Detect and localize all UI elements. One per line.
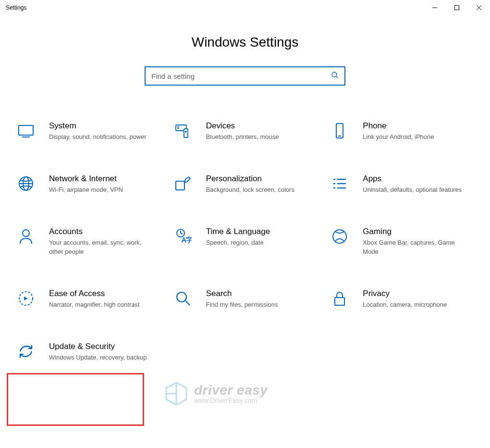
tile-title: System bbox=[49, 121, 155, 131]
watermark-line2: www.DriverEasy.com bbox=[194, 397, 268, 404]
search-input[interactable] bbox=[151, 72, 331, 80]
svg-point-25 bbox=[23, 230, 29, 236]
tile-title: Search bbox=[206, 289, 312, 299]
lock-icon bbox=[330, 289, 349, 308]
svg-rect-6 bbox=[19, 125, 33, 135]
tile-update-security[interactable]: Update & Security Windows Update, recove… bbox=[14, 340, 162, 364]
devices-icon bbox=[173, 121, 193, 140]
tile-phone[interactable]: Phone Link your Android, iPhone bbox=[328, 119, 476, 143]
svg-rect-1 bbox=[455, 6, 459, 10]
search-icon bbox=[331, 71, 339, 81]
watermark: driver easy www.DriverEasy.com bbox=[163, 381, 268, 407]
tile-title: Update & Security bbox=[49, 342, 155, 351]
update-icon bbox=[16, 342, 36, 361]
tile-desc: Wi-Fi, airplane mode, VPN bbox=[49, 186, 155, 194]
svg-point-32 bbox=[177, 292, 186, 302]
tile-title: Time & Language bbox=[206, 227, 312, 236]
search-tile-icon bbox=[173, 289, 193, 308]
page-title: Windows Settings bbox=[12, 35, 478, 50]
maximize-icon bbox=[454, 5, 459, 10]
tile-title: Network & Internet bbox=[49, 174, 155, 184]
watermark-logo-icon bbox=[163, 381, 189, 407]
svg-rect-34 bbox=[335, 298, 344, 305]
tile-desc: Bluetooth, printers, mouse bbox=[206, 133, 312, 141]
tile-search[interactable]: Search Find my files, permissions bbox=[172, 287, 319, 311]
tiles-grid: System Display, sound, notifications, po… bbox=[12, 119, 478, 364]
tile-title: Ease of Access bbox=[49, 289, 155, 299]
tile-title: Phone bbox=[363, 121, 469, 131]
tile-desc: Background, lock screen, colors bbox=[206, 186, 312, 194]
maximize-button[interactable] bbox=[446, 0, 468, 15]
tile-title: Personalization bbox=[206, 174, 312, 184]
system-icon bbox=[16, 121, 36, 140]
watermark-line1: driver easy bbox=[194, 383, 268, 397]
svg-point-4 bbox=[332, 72, 337, 77]
content: Windows Settings System Display, sound, … bbox=[0, 15, 490, 364]
apps-icon bbox=[330, 174, 349, 193]
ease-of-access-icon bbox=[16, 289, 36, 308]
person-icon bbox=[16, 227, 36, 246]
titlebar: Settings bbox=[0, 0, 490, 15]
tile-gaming[interactable]: Gaming Xbox Game Bar, captures, Game Mod… bbox=[328, 225, 476, 258]
tile-devices[interactable]: Devices Bluetooth, printers, mouse bbox=[172, 119, 319, 143]
tile-personalization[interactable]: Personalization Background, lock screen,… bbox=[172, 172, 319, 196]
tile-desc: Find my files, permissions bbox=[206, 300, 312, 309]
phone-icon bbox=[330, 121, 349, 140]
svg-line-28 bbox=[181, 233, 183, 234]
tile-title: Apps bbox=[363, 174, 469, 184]
window-title: Settings bbox=[6, 4, 26, 11]
svg-line-33 bbox=[185, 301, 190, 305]
close-icon bbox=[477, 5, 481, 10]
tile-desc: Your accounts, email, sync, work, other … bbox=[49, 238, 155, 256]
tile-title: Gaming bbox=[363, 227, 469, 236]
tile-desc: Windows Update, recovery, backup bbox=[49, 353, 155, 362]
tile-privacy[interactable]: Privacy Location, camera, microphone bbox=[328, 287, 476, 311]
tile-desc: Speech, region, date bbox=[206, 238, 312, 247]
tile-desc: Uninstall, defaults, optional features bbox=[363, 186, 469, 194]
highlight-box bbox=[7, 373, 144, 426]
svg-text:A字: A字 bbox=[182, 236, 192, 244]
window-controls bbox=[424, 0, 490, 15]
tile-network[interactable]: Network & Internet Wi-Fi, airplane mode,… bbox=[14, 172, 162, 196]
tile-desc: Link your Android, iPhone bbox=[363, 133, 469, 141]
svg-rect-18 bbox=[176, 181, 184, 190]
tile-system[interactable]: System Display, sound, notifications, po… bbox=[14, 119, 162, 143]
svg-rect-9 bbox=[184, 129, 188, 137]
svg-point-10 bbox=[185, 131, 186, 132]
paintbrush-icon bbox=[173, 174, 193, 193]
tile-desc: Narrator, magnifier, high contrast bbox=[49, 300, 155, 309]
time-language-icon: A字 bbox=[173, 227, 193, 246]
tile-time-language[interactable]: A字 Time & Language Speech, region, date bbox=[172, 225, 319, 258]
tile-desc: Display, sound, notifications, power bbox=[49, 133, 155, 141]
globe-icon bbox=[16, 174, 36, 193]
search-box[interactable] bbox=[145, 66, 345, 86]
tile-desc: Xbox Game Bar, captures, Game Mode bbox=[363, 238, 469, 256]
search-wrap bbox=[12, 66, 478, 86]
tile-title: Privacy bbox=[363, 289, 469, 299]
tile-title: Devices bbox=[206, 121, 312, 131]
xbox-icon bbox=[330, 227, 349, 246]
tile-title: Accounts bbox=[49, 227, 155, 236]
minimize-button[interactable] bbox=[424, 0, 446, 15]
minimize-icon bbox=[432, 5, 437, 10]
close-button[interactable] bbox=[468, 0, 490, 15]
tile-apps[interactable]: Apps Uninstall, defaults, optional featu… bbox=[328, 172, 476, 196]
tile-accounts[interactable]: Accounts Your accounts, email, sync, wor… bbox=[14, 225, 162, 258]
tile-desc: Location, camera, microphone bbox=[363, 300, 469, 309]
tile-ease-of-access[interactable]: Ease of Access Narrator, magnifier, high… bbox=[14, 287, 162, 311]
svg-marker-35 bbox=[166, 383, 186, 405]
svg-line-5 bbox=[336, 76, 338, 78]
